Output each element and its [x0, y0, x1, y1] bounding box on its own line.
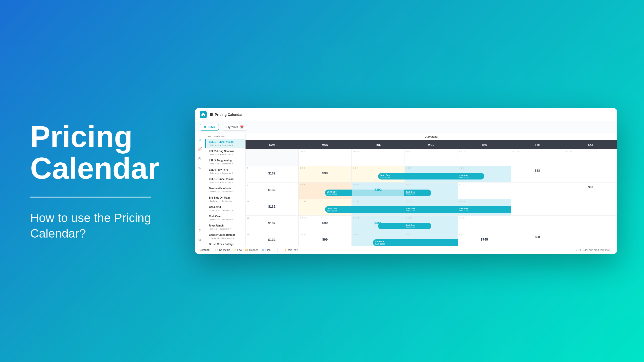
day-cell[interactable]: 6·2 26 Josh Doe Total: $1200: [405, 216, 458, 232]
day-cell[interactable]: [246, 149, 299, 166]
day-cell[interactable]: 6·2 24 $99: [299, 216, 352, 232]
calendar-area: July 2023 SUN MON TUE WED THU FRI SAT: [246, 133, 617, 246]
nav-help[interactable]: ?: [196, 226, 204, 234]
day-cell[interactable]: 6·2 1 Josh Doe Total: $1200: [352, 232, 405, 246]
filter-button[interactable]: ⚙ Filter: [200, 124, 219, 131]
legend-items: No Metric Low Medium High: [215, 249, 270, 251]
app-logo: [200, 111, 207, 118]
property-item[interactable]: LSL 3-Staggerwing Bella VistaBedrooms: 4: [205, 157, 245, 167]
property-item[interactable]: River Ranch ConcordBedrooms: 4: [205, 222, 245, 232]
day-cell[interactable]: 6·2 17 Josh Doe Total: $1200: [299, 199, 352, 215]
day-cell[interactable]: [564, 166, 617, 182]
legend-dot-low: [233, 249, 236, 251]
day-cell[interactable]: [564, 199, 617, 215]
property-item[interactable]: Club Coler BentonvilleBedrooms: 4: [205, 213, 245, 222]
day-cell[interactable]: 6·2 27: [458, 216, 511, 232]
minstay-icon: ⚡: [284, 249, 287, 251]
day-headers: SUN MON TUE WED THU FRI SAT: [246, 140, 617, 149]
property-item[interactable]: LSL 1- Tunnel Vision Bella VistaBedrooms…: [205, 176, 245, 185]
properties-sidebar: PROPERTIES LSL 1- Tunnel Vision Bella Vi…: [205, 133, 246, 246]
day-cell[interactable]: 6·2 4 Josh Doe Total: $1200: [352, 166, 405, 182]
toolbar: ⚙ Filter July 2023 📅: [195, 121, 617, 133]
day-cell[interactable]: 6·2 11 $392: [352, 183, 405, 199]
day-cell[interactable]: 6·2 6 Josh Doe Total: $1200: [458, 166, 511, 182]
day-cell[interactable]: 6·3 30: [564, 149, 617, 166]
day-cell[interactable]: $88: [564, 183, 617, 199]
week-row: 6·2 25 6·2 26 6·2 27 6·2 28 6·2 29: [246, 149, 617, 166]
day-cell[interactable]: 6·2 20 Josh Doe Total: $1200: [458, 199, 511, 215]
calendar-body: 6·2 25 6·2 26 6·2 27 6·2 28 6·2 29: [246, 149, 617, 246]
properties-list: LSL 1- Tunnel Vision Bella VistaBedrooms…: [205, 139, 245, 246]
day-cell[interactable]: [511, 216, 564, 232]
day-cell[interactable]: 16 $132: [246, 199, 299, 215]
day-cell[interactable]: 6·2 28: [458, 149, 511, 166]
day-cell[interactable]: $88: [511, 232, 564, 246]
filter-icon: ⚙: [204, 125, 206, 129]
week-row: 9 $132 6·2 10 Josh Doe Total: $1200: [246, 183, 617, 199]
day-cell[interactable]: 6·2 12 Josh Doe Total: $1200: [405, 183, 458, 199]
day-cell[interactable]: 30 $132: [246, 232, 299, 246]
day-header-wed: WED: [405, 140, 458, 149]
day-cell[interactable]: [511, 199, 564, 215]
month-picker[interactable]: July 2023 📅: [222, 124, 247, 131]
day-header-thu: THU: [458, 140, 511, 149]
day-cell[interactable]: 6·2 10 Josh Doe Total: $1200: [299, 183, 352, 199]
day-cell[interactable]: 6·2 25 $354: [352, 216, 405, 232]
tip-icon: ○: [576, 249, 577, 251]
legend-dot-none: [215, 249, 218, 251]
day-cell[interactable]: 6·2 3 $99: [299, 166, 352, 182]
nav-edit[interactable]: ✎: [196, 164, 204, 172]
legend-no-metric: No Metric: [215, 249, 230, 251]
property-item[interactable]: LSL 1- Tunnel Vision Bella VistaBedrooms…: [205, 139, 245, 148]
day-cell[interactable]: [511, 183, 564, 199]
week-row: 30 $132 6·2 31 $99 6·2 1 Josh Doe: [246, 232, 617, 246]
property-item[interactable]: Bentonville Abode BentonvilleBedrooms: 4: [205, 185, 245, 195]
property-name: Copper Creek Retreat: [209, 234, 242, 237]
legend-high: High: [262, 249, 271, 251]
day-cell[interactable]: [564, 232, 617, 246]
property-item[interactable]: Casa Azul BentonvilleBedrooms: 4: [205, 204, 245, 213]
nav-analytics[interactable]: 📈: [196, 145, 204, 153]
property-item[interactable]: Copper Creek Retreat FayettevilleBedroom…: [205, 232, 245, 241]
property-name: Bentonville Abode: [209, 187, 242, 190]
title-divider: [30, 197, 151, 198]
day-cell[interactable]: 2 $132: [246, 166, 299, 182]
legend-dot-medium: [245, 249, 248, 251]
left-panel: Pricing Calendar How to use the PricingC…: [0, 101, 180, 262]
day-cell[interactable]: 6·2 25: [299, 149, 352, 166]
day-cell[interactable]: 6·2 31 $99: [299, 232, 352, 246]
app-window: ☰ Pricing Calendar ⚙ Filter July 2023 📅 …: [195, 108, 617, 254]
property-meta: Bella VistaBedrooms: 4: [209, 172, 242, 174]
day-cell[interactable]: 23 $132: [246, 216, 299, 232]
day-cell[interactable]: 9 $132: [246, 183, 299, 199]
tip-text: ○ Tip: Click and drag your mou...: [576, 249, 612, 251]
day-cell[interactable]: 6·2 27: [405, 149, 458, 166]
day-cell[interactable]: [564, 216, 617, 232]
nav-settings[interactable]: ⚙: [196, 236, 204, 244]
property-item[interactable]: Big Blue On Main BentonvilleBedrooms: 4: [205, 195, 245, 204]
day-cell[interactable]: 6·3 3 $745: [458, 232, 511, 246]
day-header-fri: FRI: [511, 140, 564, 149]
property-name: Big Blue On Main: [209, 196, 242, 199]
nav-home[interactable]: ⌂: [196, 135, 204, 143]
day-cell[interactable]: $88: [511, 166, 564, 182]
property-name: LSL 4-Play Thru: [209, 168, 242, 171]
day-cell[interactable]: 6·2 18: [352, 199, 405, 215]
day-cell[interactable]: 6·2 2: [405, 232, 458, 246]
day-cell[interactable]: 6·2 26: [352, 149, 405, 166]
property-item[interactable]: Brush Creek Cottage Little FlockBedrooms…: [205, 241, 245, 246]
page-subtitle: How to use the PricingCalendar?: [30, 210, 159, 242]
property-name: LSL 1- Tunnel Vision: [209, 141, 242, 144]
property-item[interactable]: LSL 2- Long Shadow Bella VistaBedrooms: …: [205, 148, 245, 157]
property-name: LSL 1- Tunnel Vision: [209, 178, 242, 181]
month-label-row: July 2023: [246, 133, 617, 140]
window-title: ☰ Pricing Calendar: [210, 113, 243, 117]
property-name: LSL 2- Long Shadow: [209, 150, 242, 153]
day-cell[interactable]: 6·2 5: [405, 166, 458, 182]
day-cell[interactable]: 6·2 13: [458, 183, 511, 199]
day-cell[interactable]: 6·2 19 Josh Doe Total: $1200: [405, 199, 458, 215]
property-item[interactable]: LSL 4-Play Thru Bella VistaBedrooms: 4: [205, 167, 245, 176]
page-title: Pricing Calendar: [30, 121, 159, 184]
nav-targets[interactable]: ◎: [196, 154, 204, 162]
day-cell[interactable]: 6·2 29: [511, 149, 564, 166]
